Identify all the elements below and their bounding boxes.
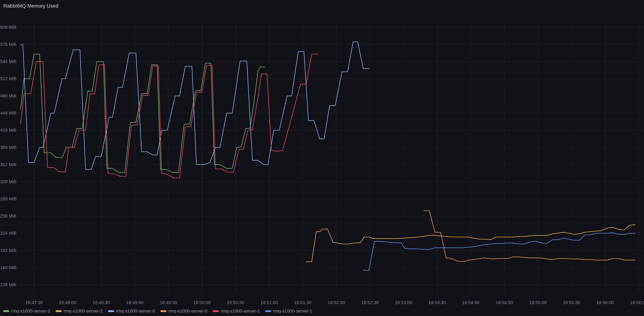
legend-swatch — [160, 310, 166, 312]
x-tick-label: 18:53:30 — [428, 300, 446, 305]
y-tick-label: 224 MiB — [0, 231, 16, 236]
x-tick-label: 18:54:30 — [496, 300, 513, 305]
series-line-server-1-old — [20, 54, 318, 178]
x-tick-label: 18:56:00 — [596, 300, 614, 305]
y-tick-label: 480 MiB — [0, 93, 16, 98]
x-tick-label: 18:56:30 — [630, 300, 644, 305]
series-line-server-1-new — [363, 233, 635, 270]
series-line-server-0-new — [424, 211, 635, 262]
legend-swatch — [3, 310, 9, 312]
timeseries-chart — [0, 0, 644, 316]
x-tick-label: 18:55:30 — [563, 300, 580, 305]
legend-label: rmq-s1000-server-2 — [11, 308, 50, 313]
x-tick-label: 18:49:00 — [126, 300, 144, 305]
x-tick-label: 18:52:30 — [361, 300, 378, 305]
x-tick-label: 18:52:00 — [328, 300, 345, 305]
legend-swatch — [56, 310, 62, 312]
legend-label: rmq-s1000-server-1 — [221, 308, 260, 313]
legend-swatch — [108, 310, 114, 312]
y-tick-label: 384 MiB — [0, 145, 16, 150]
x-tick-label: 18:51:30 — [294, 300, 312, 305]
legend-item-rmq-s1000-server-2[interactable]: rmq-s1000-server-2 — [3, 308, 50, 313]
legend-swatch — [213, 310, 219, 312]
x-tick-label: 18:54:00 — [462, 300, 480, 305]
y-tick-label: 608 MiB — [0, 25, 16, 30]
y-tick-label: 352 MiB — [0, 162, 16, 167]
legend-item-rmq-s1000-server-0[interactable]: rmq-s1000-server-0 — [160, 308, 208, 313]
x-tick-label: 18:50:00 — [194, 300, 211, 305]
legend-label: rmq-s1000-server-1 — [273, 308, 312, 313]
x-tick-label: 18:53:00 — [395, 300, 412, 305]
x-tick-label: 18:50:30 — [227, 300, 244, 305]
x-tick-label: 18:48:30 — [93, 300, 110, 305]
y-tick-label: 128 MiB — [0, 282, 16, 287]
x-tick-label: 18:49:30 — [160, 300, 177, 305]
series-line-server-0-old — [20, 42, 369, 170]
y-tick-label: 448 MiB — [0, 111, 16, 116]
y-tick-label: 160 MiB — [0, 265, 16, 270]
x-tick-label: 18:48:00 — [59, 300, 76, 305]
y-tick-label: 256 MiB — [0, 214, 16, 219]
y-tick-label: 544 MiB — [0, 59, 16, 64]
x-tick-label: 18:47:30 — [26, 300, 43, 305]
legend: rmq-s1000-server-2rmq-s1000-server-2rmq-… — [3, 307, 312, 315]
grafana-panel: RabbitMQ Memory Used 608 MiB576 MiB544 M… — [0, 0, 644, 316]
y-tick-label: 192 MiB — [0, 248, 16, 253]
legend-item-rmq-s1000-server-1[interactable]: rmq-s1000-server-1 — [265, 308, 312, 313]
y-tick-label: 288 MiB — [0, 196, 16, 202]
x-tick-label: 18:55:00 — [529, 300, 546, 305]
x-tick-label: 18:51:00 — [260, 300, 278, 305]
legend-item-rmq-s1000-server-2[interactable]: rmq-s1000-server-2 — [56, 308, 103, 313]
legend-swatch — [265, 310, 271, 312]
legend-item-rmq-s1000-server-0[interactable]: rmq-s1000-server-0 — [108, 308, 155, 313]
y-tick-label: 416 MiB — [0, 128, 16, 133]
y-tick-label: 512 MiB — [0, 76, 16, 81]
legend-label: rmq-s1000-server-0 — [116, 308, 155, 313]
y-tick-label: 576 MiB — [0, 42, 16, 47]
y-tick-label: 320 MiB — [0, 179, 16, 184]
legend-label: rmq-s1000-server-2 — [64, 308, 103, 313]
legend-label: rmq-s1000-server-0 — [168, 308, 208, 313]
legend-item-rmq-s1000-server-1[interactable]: rmq-s1000-server-1 — [213, 308, 260, 313]
